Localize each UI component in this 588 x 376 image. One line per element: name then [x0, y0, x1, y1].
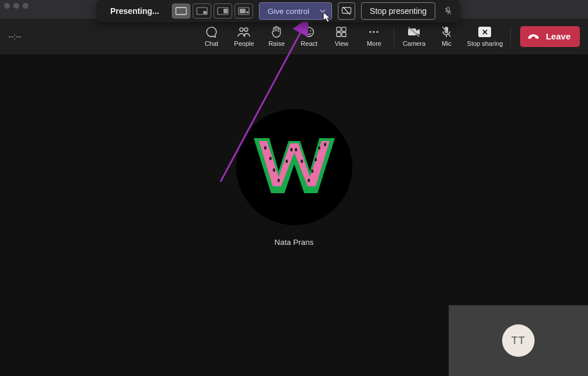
view-icon	[335, 26, 348, 38]
svg-point-40	[277, 179, 280, 182]
react-label: React	[301, 40, 318, 47]
presenter-layout-group	[172, 3, 253, 19]
mac-dot-min[interactable]	[13, 3, 19, 9]
layout-fullscreen-button[interactable]	[172, 3, 190, 19]
camera-off-icon	[407, 26, 421, 38]
meeting-controls-bar: --:-- Chat People Raise React View More	[0, 19, 588, 54]
participant-name: Nata Prans	[275, 238, 314, 247]
svg-point-32	[290, 148, 293, 151]
toggle-screen-share-button[interactable]	[338, 2, 355, 20]
people-label: People	[234, 40, 254, 47]
self-avatar: TT	[502, 324, 535, 357]
participant-avatar	[236, 109, 352, 225]
mac-window-dots	[4, 3, 28, 9]
svg-rect-18	[337, 32, 341, 37]
stop-sharing-button[interactable]: ✕ Stop sharing	[463, 19, 507, 53]
layout-sidebyside-icon	[217, 7, 229, 15]
chat-button[interactable]: Chat	[195, 19, 228, 53]
meeting-controls-group: Chat People Raise React View More Camera	[195, 19, 588, 53]
svg-point-33	[295, 148, 297, 151]
svg-point-35	[301, 160, 303, 163]
svg-rect-6	[240, 9, 246, 13]
react-button[interactable]: React	[293, 19, 325, 53]
svg-point-38	[311, 169, 313, 173]
screen-share-off-icon	[341, 6, 352, 16]
svg-point-22	[377, 31, 378, 32]
mac-dot-max[interactable]	[23, 3, 28, 9]
svg-point-34	[286, 160, 288, 163]
svg-point-7	[246, 11, 248, 13]
raise-hand-label: Raise	[268, 40, 284, 47]
controls-divider-2	[510, 27, 511, 46]
svg-point-14	[306, 30, 308, 31]
controls-divider	[394, 27, 394, 46]
svg-rect-23	[408, 28, 416, 35]
presenting-status-label: Presenting...	[101, 6, 166, 16]
chevron-down-icon	[320, 8, 326, 14]
svg-point-30	[269, 157, 272, 160]
mac-dot-close[interactable]	[4, 3, 10, 9]
raise-hand-button[interactable]: Raise	[260, 19, 293, 53]
people-icon	[237, 26, 251, 38]
svg-point-29	[264, 146, 266, 150]
meeting-timer: --:--	[0, 32, 32, 41]
camera-button[interactable]: Camera	[398, 19, 430, 53]
svg-point-11	[240, 28, 243, 31]
pin-off-icon	[443, 6, 453, 16]
mic-label: Mic	[442, 40, 452, 47]
unpin-toolbar-button[interactable]	[441, 4, 455, 18]
mic-off-icon	[441, 26, 452, 38]
people-button[interactable]: People	[228, 19, 260, 53]
leave-button[interactable]: Leave	[520, 26, 580, 47]
presenting-toolbar: Presenting... Give control Stop presenti…	[96, 0, 460, 22]
leave-label: Leave	[546, 31, 571, 41]
more-button[interactable]: More	[358, 19, 390, 53]
svg-rect-16	[337, 27, 341, 31]
svg-point-31	[273, 168, 275, 172]
camera-label: Camera	[403, 40, 425, 47]
stop-sharing-icon: ✕	[478, 27, 491, 37]
self-view[interactable]: TT	[449, 305, 588, 376]
svg-point-36	[318, 146, 320, 150]
svg-point-15	[310, 30, 311, 31]
raise-hand-icon	[270, 26, 282, 38]
more-icon	[367, 26, 380, 38]
react-icon	[302, 26, 315, 38]
layout-reporter-icon	[238, 7, 250, 15]
layout-standout-button[interactable]	[193, 3, 211, 19]
layout-reporter-button[interactable]	[235, 3, 253, 19]
layout-fullscreen-icon	[175, 7, 187, 15]
svg-point-20	[370, 31, 371, 32]
chat-label: Chat	[205, 40, 218, 47]
svg-point-21	[373, 31, 375, 32]
more-label: More	[367, 40, 381, 47]
svg-rect-4	[223, 9, 228, 13]
mic-button[interactable]: Mic	[430, 19, 463, 53]
svg-point-13	[304, 27, 313, 37]
participant-tile[interactable]: Nata Prans	[236, 109, 352, 247]
give-control-label: Give control	[268, 7, 309, 16]
stop-sharing-label: Stop sharing	[467, 40, 503, 47]
svg-rect-2	[203, 11, 207, 14]
svg-point-39	[324, 143, 326, 146]
view-button[interactable]: View	[325, 19, 358, 53]
stop-presenting-button[interactable]: Stop presenting	[361, 2, 435, 20]
view-label: View	[335, 40, 349, 47]
avatar-letter-w-icon	[251, 135, 338, 199]
svg-rect-19	[342, 32, 346, 37]
layout-sidebyside-button[interactable]	[214, 3, 232, 19]
chat-icon	[205, 26, 218, 38]
svg-rect-0	[176, 8, 186, 15]
svg-point-12	[244, 28, 248, 31]
svg-rect-17	[342, 27, 346, 31]
give-control-dropdown[interactable]: Give control	[259, 2, 332, 20]
svg-point-37	[315, 158, 317, 161]
svg-point-41	[308, 179, 310, 182]
layout-standout-icon	[196, 7, 208, 15]
hangup-icon	[527, 33, 540, 40]
meeting-stage: Nata Prans TT	[0, 54, 588, 376]
